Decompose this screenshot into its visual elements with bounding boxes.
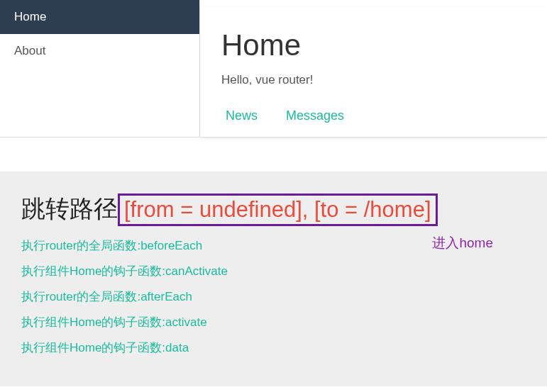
sidebar-item-home[interactable]: Home xyxy=(0,0,199,34)
sidebar-item-label: About xyxy=(14,44,45,57)
route-info-box: [from = undefined], [to = /home] xyxy=(118,194,438,226)
top-section: Home About Home Hello, vue router! News … xyxy=(0,0,547,138)
tabs: News Messages xyxy=(200,108,547,138)
sidebar-item-about[interactable]: About xyxy=(0,34,199,68)
main-content: Home Hello, vue router! News Messages xyxy=(200,7,547,138)
page-title: Home xyxy=(200,28,547,73)
log-item: 执行router的全局函数:afterEach xyxy=(21,289,526,305)
enter-label: 进入home xyxy=(432,234,493,252)
log-item: 执行组件Home的钩子函数:canActivate xyxy=(21,263,526,279)
tab-news[interactable]: News xyxy=(226,108,258,126)
tab-label: Messages xyxy=(286,108,344,123)
greeting-text: Hello, vue router! xyxy=(200,73,547,108)
tab-label: News xyxy=(226,108,258,123)
heading-row: 跳转路径 [from = undefined], [to = /home] xyxy=(21,193,526,226)
log-item: 执行组件Home的钩子函数:data xyxy=(21,340,526,356)
sidebar-item-label: Home xyxy=(14,10,46,23)
log-list: 执行router的全局函数:beforeEach 执行组件Home的钩子函数:c… xyxy=(21,237,526,356)
bottom-section: 跳转路径 [from = undefined], [to = /home] 进入… xyxy=(0,172,547,386)
log-item: 执行组件Home的钩子函数:activate xyxy=(21,314,526,330)
section-heading: 跳转路径 xyxy=(21,193,118,225)
sidebar: Home About xyxy=(0,0,200,138)
tab-messages[interactable]: Messages xyxy=(286,108,344,126)
